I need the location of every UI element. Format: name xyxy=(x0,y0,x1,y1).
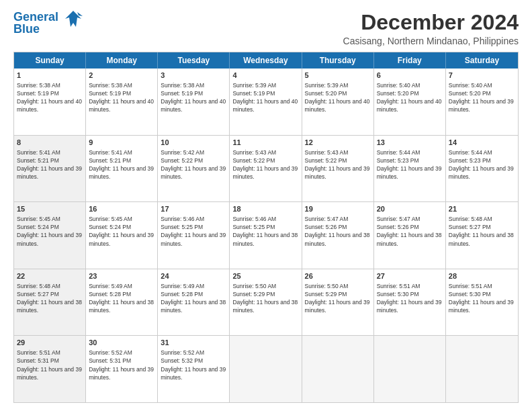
day-number: 21 xyxy=(449,204,515,214)
calendar-cell: 9Sunrise: 5:41 AMSunset: 5:21 PMDaylight… xyxy=(86,136,158,202)
calendar-cell: 24Sunrise: 5:49 AMSunset: 5:28 PMDayligh… xyxy=(158,269,230,336)
cell-info: Sunrise: 5:52 AMSunset: 5:32 PMDaylight:… xyxy=(161,349,226,380)
day-number: 17 xyxy=(161,204,226,214)
logo-text: General xyxy=(13,11,58,23)
logo-text2: Blue xyxy=(13,23,58,35)
cell-info: Sunrise: 5:49 AMSunset: 5:28 PMDaylight:… xyxy=(89,283,154,314)
calendar-cell: 12Sunrise: 5:43 AMSunset: 5:22 PMDayligh… xyxy=(302,136,374,202)
cell-info: Sunrise: 5:46 AMSunset: 5:25 PMDaylight:… xyxy=(232,216,298,246)
calendar-cell: 3Sunrise: 5:38 AMSunset: 5:19 PMDaylight… xyxy=(158,68,230,135)
cell-info: Sunrise: 5:51 AMSunset: 5:30 PMDaylight:… xyxy=(377,283,442,314)
calendar-cell: 29Sunrise: 5:51 AMSunset: 5:31 PMDayligh… xyxy=(14,336,86,402)
day-number: 14 xyxy=(449,138,515,148)
calendar-cell: 28Sunrise: 5:51 AMSunset: 5:30 PMDayligh… xyxy=(446,269,518,336)
location-title: Casisang, Northern Mindanao, Philippines xyxy=(343,36,519,46)
calendar-cell xyxy=(230,336,302,402)
cell-info: Sunrise: 5:46 AMSunset: 5:25 PMDaylight:… xyxy=(161,216,226,246)
day-number: 13 xyxy=(377,138,443,148)
logo: General Blue xyxy=(13,11,83,35)
day-number: 2 xyxy=(89,71,154,81)
calendar-cell: 30Sunrise: 5:52 AMSunset: 5:31 PMDayligh… xyxy=(86,336,158,402)
day-number: 7 xyxy=(449,71,515,81)
cell-info: Sunrise: 5:39 AMSunset: 5:19 PMDaylight:… xyxy=(232,82,298,113)
cell-info: Sunrise: 5:50 AMSunset: 5:29 PMDaylight:… xyxy=(232,283,298,314)
calendar-week-1: 1Sunrise: 5:38 AMSunset: 5:19 PMDaylight… xyxy=(14,68,518,136)
page: General Blue December 2024 Casisang, Nor… xyxy=(0,0,532,411)
cell-info: Sunrise: 5:38 AMSunset: 5:19 PMDaylight:… xyxy=(17,82,82,113)
day-number: 18 xyxy=(232,204,298,214)
cell-info: Sunrise: 5:41 AMSunset: 5:21 PMDaylight:… xyxy=(17,149,82,180)
calendar-cell xyxy=(446,336,518,402)
day-number: 11 xyxy=(232,138,298,148)
day-number: 20 xyxy=(377,204,443,214)
calendar-cell: 10Sunrise: 5:42 AMSunset: 5:22 PMDayligh… xyxy=(158,136,230,202)
cell-info: Sunrise: 5:45 AMSunset: 5:24 PMDaylight:… xyxy=(89,216,154,246)
calendar-cell: 5Sunrise: 5:39 AMSunset: 5:20 PMDaylight… xyxy=(302,68,374,135)
calendar-cell: 21Sunrise: 5:48 AMSunset: 5:27 PMDayligh… xyxy=(446,202,518,269)
calendar-cell: 11Sunrise: 5:43 AMSunset: 5:22 PMDayligh… xyxy=(230,136,302,202)
svg-marker-0 xyxy=(65,11,81,27)
cell-info: Sunrise: 5:49 AMSunset: 5:28 PMDaylight:… xyxy=(161,283,226,314)
day-number: 30 xyxy=(89,338,154,348)
calendar-cell: 8Sunrise: 5:41 AMSunset: 5:21 PMDaylight… xyxy=(14,136,86,202)
day-number: 31 xyxy=(161,338,226,348)
calendar-cell: 4Sunrise: 5:39 AMSunset: 5:19 PMDaylight… xyxy=(230,68,302,135)
calendar-cell: 14Sunrise: 5:44 AMSunset: 5:23 PMDayligh… xyxy=(446,136,518,202)
cell-info: Sunrise: 5:41 AMSunset: 5:21 PMDaylight:… xyxy=(89,149,154,180)
cell-info: Sunrise: 5:43 AMSunset: 5:22 PMDaylight:… xyxy=(232,149,298,180)
day-number: 12 xyxy=(305,138,371,148)
day-number: 25 xyxy=(232,271,298,281)
calendar-cell: 16Sunrise: 5:45 AMSunset: 5:24 PMDayligh… xyxy=(86,202,158,269)
cell-info: Sunrise: 5:47 AMSunset: 5:26 PMDaylight:… xyxy=(305,216,370,246)
cell-info: Sunrise: 5:48 AMSunset: 5:27 PMDaylight:… xyxy=(449,216,514,246)
calendar-cell: 23Sunrise: 5:49 AMSunset: 5:28 PMDayligh… xyxy=(86,269,158,336)
cell-info: Sunrise: 5:50 AMSunset: 5:29 PMDaylight:… xyxy=(305,283,370,314)
day-number: 26 xyxy=(305,271,371,281)
calendar-cell xyxy=(302,336,374,402)
day-number: 1 xyxy=(17,71,83,81)
calendar-header: Sunday Monday Tuesday Wednesday Thursday… xyxy=(14,52,518,68)
header-thursday: Thursday xyxy=(302,52,374,68)
header-monday: Monday xyxy=(86,52,158,68)
cell-info: Sunrise: 5:39 AMSunset: 5:20 PMDaylight:… xyxy=(305,82,370,113)
header-saturday: Saturday xyxy=(446,52,518,68)
cell-info: Sunrise: 5:42 AMSunset: 5:22 PMDaylight:… xyxy=(161,149,226,180)
day-number: 4 xyxy=(232,71,298,81)
day-number: 9 xyxy=(89,138,154,148)
calendar-cell: 18Sunrise: 5:46 AMSunset: 5:25 PMDayligh… xyxy=(230,202,302,269)
calendar-cell: 2Sunrise: 5:38 AMSunset: 5:19 PMDaylight… xyxy=(86,68,158,135)
cell-info: Sunrise: 5:38 AMSunset: 5:19 PMDaylight:… xyxy=(89,82,154,113)
cell-info: Sunrise: 5:44 AMSunset: 5:23 PMDaylight:… xyxy=(377,149,442,180)
day-number: 19 xyxy=(305,204,371,214)
day-number: 29 xyxy=(17,338,83,348)
cell-info: Sunrise: 5:45 AMSunset: 5:24 PMDaylight:… xyxy=(17,216,82,246)
day-number: 3 xyxy=(161,71,226,81)
day-number: 24 xyxy=(161,271,226,281)
calendar-cell: 27Sunrise: 5:51 AMSunset: 5:30 PMDayligh… xyxy=(374,269,446,336)
title-section: December 2024 Casisang, Northern Mindana… xyxy=(343,11,519,46)
day-number: 6 xyxy=(377,71,443,81)
calendar-cell xyxy=(374,336,446,402)
calendar-week-5: 29Sunrise: 5:51 AMSunset: 5:31 PMDayligh… xyxy=(14,336,518,402)
cell-info: Sunrise: 5:38 AMSunset: 5:19 PMDaylight:… xyxy=(161,82,226,113)
calendar-cell: 26Sunrise: 5:50 AMSunset: 5:29 PMDayligh… xyxy=(302,269,374,336)
day-number: 5 xyxy=(305,71,371,81)
header-friday: Friday xyxy=(374,52,446,68)
calendar-cell: 15Sunrise: 5:45 AMSunset: 5:24 PMDayligh… xyxy=(14,202,86,269)
cell-info: Sunrise: 5:40 AMSunset: 5:20 PMDaylight:… xyxy=(377,82,442,113)
calendar-week-3: 15Sunrise: 5:45 AMSunset: 5:24 PMDayligh… xyxy=(14,202,518,269)
calendar-cell: 25Sunrise: 5:50 AMSunset: 5:29 PMDayligh… xyxy=(230,269,302,336)
calendar-cell: 13Sunrise: 5:44 AMSunset: 5:23 PMDayligh… xyxy=(374,136,446,202)
calendar-week-4: 22Sunrise: 5:48 AMSunset: 5:27 PMDayligh… xyxy=(14,269,518,336)
day-number: 8 xyxy=(17,138,83,148)
cell-info: Sunrise: 5:47 AMSunset: 5:26 PMDaylight:… xyxy=(377,216,442,246)
day-number: 22 xyxy=(17,271,83,281)
calendar-week-2: 8Sunrise: 5:41 AMSunset: 5:21 PMDaylight… xyxy=(14,136,518,203)
calendar-cell: 22Sunrise: 5:48 AMSunset: 5:27 PMDayligh… xyxy=(14,269,86,336)
day-number: 23 xyxy=(89,271,154,281)
cell-info: Sunrise: 5:43 AMSunset: 5:22 PMDaylight:… xyxy=(305,149,370,180)
calendar-cell: 6Sunrise: 5:40 AMSunset: 5:20 PMDaylight… xyxy=(374,68,446,135)
cell-info: Sunrise: 5:51 AMSunset: 5:31 PMDaylight:… xyxy=(17,349,82,380)
cell-info: Sunrise: 5:48 AMSunset: 5:27 PMDaylight:… xyxy=(17,283,82,314)
calendar-cell: 20Sunrise: 5:47 AMSunset: 5:26 PMDayligh… xyxy=(374,202,446,269)
